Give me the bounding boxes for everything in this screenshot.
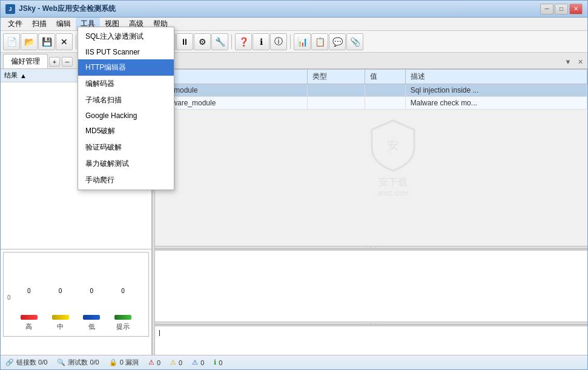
results-table: 子 类型 值 描述 sql_module Sql injec [155, 69, 587, 110]
cell-desc-1: Sql injection inside ... [405, 84, 587, 97]
chart-bar-high: 0 [21, 288, 38, 320]
toolbar-report-group: 📊 📋 💬 📎 [294, 33, 363, 50]
tab-add-btn[interactable]: + [49, 57, 60, 67]
tab-prefs[interactable]: 偏好管理 [3, 54, 48, 68]
menu-iis-put[interactable]: IIS PUT Scanner [78, 45, 174, 59]
tab-close-btn[interactable]: ✕ [575, 57, 585, 67]
cell-type-1 [307, 84, 365, 97]
table-header-row: 子 类型 值 描述 [156, 70, 587, 84]
toolbar-close-btn[interactable]: ✕ [56, 33, 73, 50]
cell-name-2: malware_module [156, 97, 308, 110]
menu-brute-force[interactable]: 暴力破解测试 [78, 156, 174, 172]
cell-desc-2: Malware check mo... [405, 97, 587, 110]
toolbar-help-btn[interactable]: ❓ [235, 33, 252, 50]
stat-mid: ⚠ 0 [170, 358, 182, 366]
chart-count-low: 0 [90, 288, 94, 294]
chart-label-high: 高 [21, 322, 38, 331]
toolbar-chat-btn[interactable]: 💬 [329, 33, 346, 50]
watermark: 安 安下载 anxz.com [369, 117, 417, 197]
chart-count-high: 0 [27, 288, 31, 294]
warn-low-icon: ⚠ [192, 358, 198, 366]
table-row[interactable]: malware_module Malware check mo... [156, 97, 587, 110]
stat-tests-text: 测试数 0/0 [68, 358, 99, 367]
toolbar-save-btn[interactable]: 💾 [38, 33, 55, 50]
cell-name-1: sql_module [156, 84, 308, 97]
stat-high: ⚠ 0 [148, 358, 160, 366]
svg-text:安: 安 [388, 139, 398, 151]
menu-captcha[interactable]: 验证码破解 [78, 139, 174, 156]
stat-tests: 🔍 测试数 0/0 [57, 358, 99, 367]
bar-info [114, 315, 131, 320]
chart-bars: 0 0 [8, 257, 144, 320]
toolbar-new-btn[interactable]: 📄 [3, 33, 20, 50]
cell-value-2 [365, 97, 405, 110]
table-row[interactable]: sql_module Sql injection inside ... [156, 84, 587, 97]
toolbar-export-btn[interactable]: 📋 [311, 33, 328, 50]
minimize-button[interactable]: ─ [540, 4, 553, 15]
warn-mid-icon: ⚠ [170, 358, 176, 366]
menu-scan[interactable]: 扫描 [27, 18, 51, 30]
toolbar-help-group: ❓ ℹ ⓘ [235, 33, 287, 50]
col-name: 子 [156, 70, 308, 84]
scan-icon: 🔍 [57, 358, 65, 366]
menu-md5[interactable]: MD5破解 [78, 123, 174, 139]
chart-inner: 0 0 [4, 253, 148, 336]
menu-file[interactable]: 文件 [3, 18, 27, 30]
table-wrapper: 子 类型 值 描述 sql_module Sql injec [155, 69, 587, 246]
app-icon: J [5, 4, 15, 14]
toolbar-sep-4 [290, 35, 291, 49]
chart-labels: 高 中 低 提示 [8, 322, 144, 331]
stats-bar: 🔗 链接数 0/0 🔍 测试数 0/0 🔒 0 漏洞 ⚠ 0 ⚠ 0 ⚠ 0 ℹ… [1, 355, 587, 369]
stat-vulns: 🔒 0 漏洞 [109, 358, 139, 367]
toolbar-filter-btn[interactable]: 🔧 [211, 33, 228, 50]
chart-count-mid: 0 [59, 288, 62, 294]
menu-edit[interactable]: 编辑 [51, 18, 76, 30]
chart-y-axis-label: 0 [7, 294, 11, 301]
chart-bar-mid-wrap [52, 296, 69, 320]
menu-sql-injection[interactable]: SQL注入渗透测试 [78, 28, 174, 45]
stat-mid-text: 0 [179, 359, 182, 366]
toolbar-settings-btn[interactable]: ⚙ [194, 33, 211, 50]
detail-area [155, 249, 587, 322]
vuln-chart: 0 0 [3, 252, 149, 337]
results-sort-icon: ▲ [20, 72, 27, 79]
stat-low: ⚠ 0 [192, 358, 204, 366]
tab-dropdown-btn[interactable]: ▼ [563, 57, 573, 67]
chart-bar-low-wrap [83, 296, 100, 320]
chart-bar-high-wrap [21, 296, 38, 320]
toolbar-pause-btn[interactable]: ⏸ [176, 33, 193, 50]
tools-dropdown-menu: SQL注入渗透测试 IIS PUT Scanner HTTP编辑器 编解码器 子… [78, 27, 174, 190]
toolbar-about-btn[interactable]: ⓘ [270, 33, 287, 50]
stat-links: 🔗 链接数 0/0 [5, 358, 47, 367]
col-type: 类型 [307, 70, 365, 84]
chart-section: 0 0 [1, 249, 151, 355]
toolbar-extra-btn[interactable]: 📎 [346, 33, 363, 50]
toolbar-file-group: 📄 📂 💾 ✕ [3, 33, 73, 50]
toolbar-sep-1 [76, 35, 76, 49]
bar-mid [52, 315, 69, 320]
menu-manual-crawl[interactable]: 手动爬行 [78, 172, 174, 188]
menu-google-hacking[interactable]: Google Hacking [78, 108, 174, 123]
title-bar: J JSky - Web应用安全检测系统 ─ □ ✕ [1, 1, 587, 18]
tab-remove-btn[interactable]: ─ [62, 57, 73, 67]
bar-low [83, 315, 100, 320]
toolbar-report-btn[interactable]: 📊 [294, 33, 311, 50]
stat-info: ℹ 0 [214, 358, 222, 366]
chart-label-low: 低 [83, 322, 100, 331]
bar-high [21, 315, 38, 320]
watermark-text: 安下载 [369, 176, 417, 189]
chart-bar-mid: 0 [52, 288, 69, 320]
menu-codec[interactable]: 编解码器 [78, 76, 174, 92]
tabs-left: 偏好管理 + ─ [3, 54, 73, 68]
menu-http-editor[interactable]: HTTP编辑器 [78, 59, 174, 76]
table-header: 子 类型 值 描述 [156, 70, 587, 84]
watermark-subtext: anxz.com [369, 189, 417, 197]
chart-bar-info-wrap [114, 296, 131, 320]
watermark-shield-icon: 安 [369, 117, 417, 172]
results-title: 结果 [4, 71, 18, 80]
menu-subdomain[interactable]: 子域名扫描 [78, 92, 174, 108]
close-button[interactable]: ✕ [569, 4, 583, 15]
toolbar-info-btn[interactable]: ℹ [253, 33, 269, 50]
toolbar-open-btn[interactable]: 📂 [21, 33, 38, 50]
maximize-button[interactable]: □ [555, 4, 568, 15]
